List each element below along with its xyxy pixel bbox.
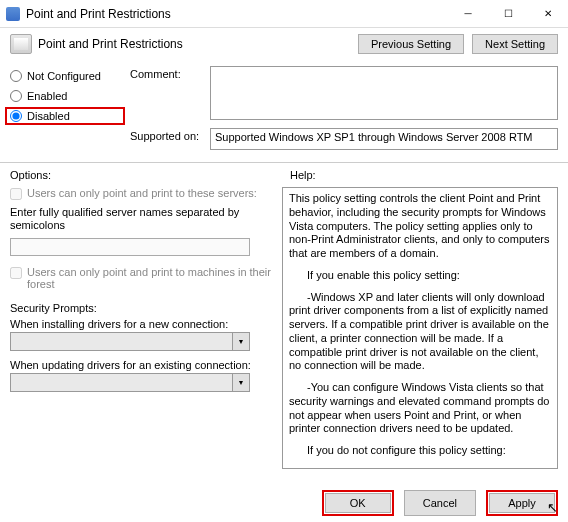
checkbox-pp-servers[interactable] [10,188,22,200]
next-setting-button[interactable]: Next Setting [472,34,558,54]
chevron-down-icon[interactable]: ▼ [233,332,250,351]
help-bullet: -You can configure Windows Vista clients… [289,381,551,436]
radio-enabled[interactable]: Enabled [10,90,120,102]
checkbox-pp-servers-label: Users can only point and print to these … [27,187,257,199]
help-heading: Help: [280,163,568,183]
maximize-button[interactable]: ☐ [488,0,528,28]
radio-disabled[interactable]: Disabled [10,110,120,122]
radio-enabled-input[interactable] [10,90,22,102]
ok-button[interactable]: OK [325,493,391,513]
cancel-button[interactable]: Cancel [404,490,476,516]
titlebar: Point and Print Restrictions ─ ☐ ✕ [0,0,568,28]
servers-input[interactable] [10,238,250,256]
radio-not-configured-input[interactable] [10,70,22,82]
options-panel: Users can only point and print to these … [10,187,274,469]
radio-disabled-input[interactable] [10,110,22,122]
minimize-button[interactable]: ─ [448,0,488,28]
servers-note: Enter fully qualified server names separ… [10,206,274,232]
policy-title: Point and Print Restrictions [38,37,352,51]
supported-label: Supported on: [130,128,208,142]
chevron-down-icon[interactable]: ▼ [233,373,250,392]
help-paragraph: If you enable this policy setting: [289,269,551,283]
radio-disabled-label: Disabled [27,110,70,122]
help-bullet: -Windows Vista client computers can poin… [289,466,551,469]
checkbox-pp-forest[interactable] [10,267,22,279]
install-drivers-question: When installing drivers for a new connec… [10,318,274,330]
window-title: Point and Print Restrictions [26,7,448,21]
security-prompts-label: Security Prompts: [10,302,274,314]
radio-enabled-label: Enabled [27,90,67,102]
checkbox-pp-forest-label: Users can only point and print to machin… [27,266,274,290]
help-paragraph: This policy setting controls the client … [289,192,551,261]
supported-value: Supported Windows XP SP1 through Windows… [210,128,558,150]
comment-input[interactable] [210,66,558,120]
options-heading: Options: [0,163,280,183]
apply-button[interactable]: Apply [489,493,555,513]
install-drivers-combo[interactable]: ▼ [10,332,250,351]
close-button[interactable]: ✕ [528,0,568,28]
help-paragraph: If you do not configure this policy sett… [289,444,551,458]
previous-setting-button[interactable]: Previous Setting [358,34,464,54]
update-drivers-value [10,373,233,392]
app-icon [6,7,20,21]
radio-not-configured-label: Not Configured [27,70,101,82]
install-drivers-value [10,332,233,351]
help-bullet: -Windows XP and later clients will only … [289,291,551,374]
policy-icon [10,34,32,54]
comment-label: Comment: [130,66,208,80]
update-drivers-question: When updating drivers for an existing co… [10,359,274,371]
help-panel: This policy setting controls the client … [282,187,558,469]
update-drivers-combo[interactable]: ▼ [10,373,250,392]
radio-not-configured[interactable]: Not Configured [10,70,120,82]
